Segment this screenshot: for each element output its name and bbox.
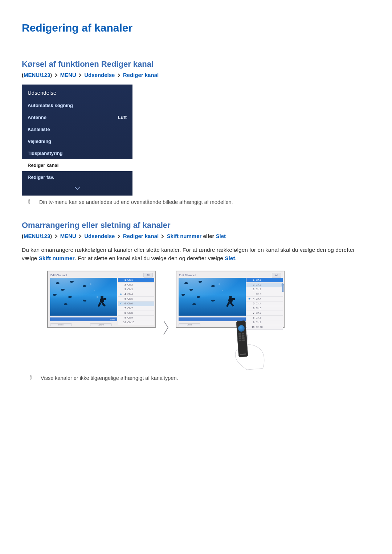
- menu-item: Vejledning: [22, 135, 132, 147]
- channel-row: 1Ch.1: [246, 278, 283, 283]
- diver-graphic: [95, 293, 111, 309]
- channel-name: Ch.10: [127, 321, 154, 324]
- bc2-rediger: Rediger kanal: [123, 233, 159, 239]
- bc2-menu: MENU: [60, 233, 76, 239]
- channel-row: 9Ch.9: [118, 316, 154, 320]
- channel-number: 8: [122, 312, 127, 314]
- lock-label: Lock: [110, 319, 115, 321]
- menu-item-label: Vejledning: [28, 139, 51, 144]
- channel-name: Ch.9: [127, 316, 154, 319]
- channel-name: Ch.6: [256, 283, 283, 286]
- paragraph: Du kan omarrangere rækkefølgen af kanale…: [22, 246, 370, 263]
- channel-number: 1: [251, 279, 256, 281]
- channel-number: 4: [122, 293, 127, 295]
- bc-udsendelse: Udsendelse: [84, 72, 115, 78]
- channel-row: ★4Ch.4: [246, 297, 283, 301]
- channel-mark: ★: [248, 297, 251, 300]
- menu-item: Rediger fav.: [22, 171, 132, 183]
- bc2-eller: eller: [203, 233, 216, 239]
- channel-number: 7: [251, 312, 256, 314]
- channel-number: 2: [122, 283, 127, 286]
- channel-mark: ✓: [119, 302, 122, 305]
- channel-row: 8Ch.8: [246, 316, 283, 320]
- channel-name: Ch.6: [127, 302, 154, 305]
- bc2-skift: Skift nummer: [167, 233, 201, 239]
- channel-number: 1: [122, 279, 127, 281]
- channels-list-right: 1Ch.12Ch.63Ch.2Ch.3★4Ch.45Ch.46Ch.57Ch.7…: [246, 278, 283, 330]
- tv-bezel: Edit Channel All: [176, 271, 285, 328]
- hand-icon: [228, 329, 274, 374]
- channel-row: 8Ch.8: [118, 311, 154, 316]
- channel-row: ★4Ch.4: [118, 292, 154, 297]
- screen-title: Edit Channel: [50, 274, 67, 277]
- svg-rect-2: [103, 298, 106, 300]
- channel-name: Ch.9: [256, 321, 283, 324]
- menu-item-label: Kanalliste: [28, 127, 50, 132]
- paren-close: ): [50, 72, 52, 78]
- channel-number: 5: [122, 297, 127, 300]
- channel-name: Ch.5: [127, 297, 154, 300]
- chevron-right-icon: [55, 72, 58, 78]
- channel-row: 2Ch.2: [118, 283, 154, 287]
- channel-number: 7: [122, 307, 127, 309]
- channel-row: 10Ch.10: [118, 320, 154, 325]
- note-2-text: Visse kanaler er ikke tilgængelige afhæn…: [41, 375, 178, 381]
- delete-button: Delete: [50, 323, 72, 326]
- section1-heading: Kørsel af funktionen Rediger kanal: [22, 59, 370, 69]
- breadcrumb-2: (MENU/123) MENU Udsendelse Rediger kanal…: [22, 233, 370, 239]
- pencil-icon: [27, 199, 31, 206]
- menu-item-label: Tidsplanstyring: [28, 151, 63, 156]
- channel-row: 3Ch.3: [118, 287, 154, 292]
- chevron-right-icon: [118, 72, 121, 78]
- channel-number: 6: [122, 302, 127, 305]
- options-button: Options: [90, 323, 112, 326]
- channel-name: Ch.4: [127, 293, 154, 295]
- svg-rect-3: [101, 296, 103, 298]
- screen-tab: All: [143, 273, 153, 278]
- channel-row: 7Ch.7: [118, 306, 154, 311]
- channel-row: ✓6Ch.6: [118, 301, 154, 306]
- channel-row: 3Ch.2: [246, 287, 283, 292]
- bc2-slet: Slet: [216, 233, 226, 239]
- menu-item-label: Rediger fav.: [28, 175, 54, 180]
- screen-right: Edit Channel All: [176, 271, 285, 368]
- menu-item-label: Rediger kanal: [28, 163, 58, 168]
- channel-name: Ch.2: [256, 288, 283, 291]
- note-1-text: Din tv-menu kan se anderledes ud end ove…: [39, 199, 233, 205]
- channel-name: Ch.1: [256, 279, 283, 281]
- chevron-right-icon: [79, 233, 82, 239]
- channel-mark: ★: [119, 293, 122, 296]
- screen-tab: All: [272, 273, 281, 278]
- chevron-right-icon: [118, 233, 121, 239]
- channel-name: Ch.4: [256, 302, 283, 305]
- menu-item: Tidsplanstyring: [22, 147, 132, 159]
- menu-item: Rediger kanal: [22, 159, 132, 171]
- note-1: Din tv-menu kan se anderledes ud end ove…: [27, 199, 370, 206]
- bc-rediger: Rediger kanal: [123, 72, 159, 78]
- channel-row: 7Ch.7: [246, 311, 283, 316]
- channel-name: Ch.5: [256, 307, 283, 309]
- menu-item: AntenneLuft: [22, 111, 132, 123]
- note-2: Visse kanaler er ikke tilgængelige afhæn…: [28, 375, 370, 382]
- screen-title: Edit Channel: [179, 274, 196, 277]
- paren-close: ): [50, 233, 52, 239]
- menu-item: Kanalliste: [22, 123, 132, 135]
- bc-menu123: MENU/123: [24, 72, 50, 78]
- bc2-udsendelse: Udsendelse: [84, 233, 115, 239]
- para-ref-slet: Slet: [225, 255, 235, 261]
- svg-rect-5: [232, 298, 235, 300]
- channel-row: 2Ch.6: [246, 283, 283, 287]
- channel-row: 9Ch.9: [246, 320, 283, 325]
- remote-hand-graphic: [176, 328, 285, 368]
- bc2-menu123: MENU/123: [24, 233, 50, 239]
- screen-left: Edit Channel All: [47, 271, 156, 328]
- channel-row: 1Ch.1: [118, 278, 154, 283]
- tv-menu-panel: Udsendelse Automatisk søgningAntenneLuft…: [22, 85, 132, 196]
- channels-list-left: 1Ch.12Ch.23Ch.3★4Ch.45Ch.5✓6Ch.67Ch.78Ch…: [118, 278, 154, 325]
- channel-number: 9: [122, 316, 127, 319]
- menu-item-label: Automatisk søgning: [28, 103, 73, 108]
- diver-graphic: [223, 293, 239, 309]
- channel-number: 9: [251, 321, 256, 324]
- preview-image: [179, 278, 246, 316]
- channel-name: Ch.2: [127, 283, 154, 286]
